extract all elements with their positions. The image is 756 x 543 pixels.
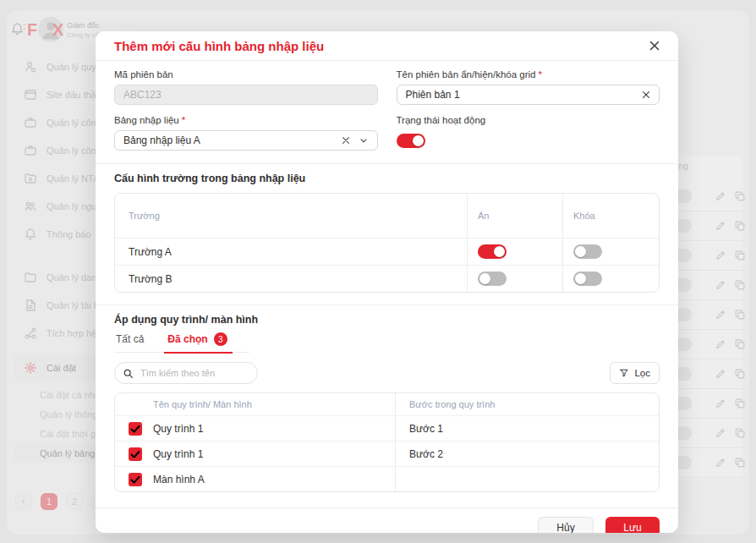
modal-title: Thêm mới cấu hình bảng nhập liệu (114, 39, 324, 53)
hidden-toggle[interactable] (478, 272, 507, 286)
checkbox[interactable] (129, 447, 142, 461)
code-input (114, 85, 378, 105)
pagination-page-button[interactable]: 1 (41, 493, 58, 510)
field-input-table: Bảng nhập liệu* Bảng nhập liệu A (114, 115, 378, 151)
logo-letter-right: X (52, 20, 63, 40)
edit-pencil-icon[interactable] (715, 398, 726, 409)
input-table-select[interactable]: Bảng nhập liệu A (114, 130, 378, 151)
chevron-down-icon[interactable] (359, 135, 369, 145)
briefcase-icon (24, 144, 37, 157)
edit-pencil-icon[interactable] (715, 279, 726, 291)
copy-icon[interactable] (734, 190, 746, 202)
document-icon (24, 299, 37, 312)
screen: : F X Giám đốc Công ty cổ Quản lý quy tr… (0, 0, 756, 543)
pagination-prev-button[interactable] (15, 493, 32, 510)
bell-icon (24, 228, 37, 241)
edit-pencil-icon[interactable] (715, 457, 726, 469)
table-row: Trường A (115, 238, 659, 265)
user-role: Giám đốc (67, 21, 100, 30)
copy-icon[interactable] (734, 398, 746, 409)
process-name: Quy trình 1 (153, 448, 203, 460)
logo-dots-icon: : (23, 20, 26, 32)
apply-section-title: Áp dụng quy trình/ màn hình (114, 314, 660, 326)
edit-pencil-icon[interactable] (715, 427, 726, 439)
search-input[interactable] (114, 362, 258, 384)
funnel-icon (619, 368, 629, 378)
field-name: Tên phiên bản ẩn/hiện/khóa grid* (397, 69, 660, 105)
filter-button[interactable]: Lọc (610, 362, 660, 384)
search-row: Lọc (114, 362, 660, 384)
modal-body: Mã phiên bản Tên phiên bản ẩn/hiện/khóa … (96, 61, 678, 492)
field-code-label: Mã phiên bản (114, 69, 378, 80)
copy-icon[interactable] (734, 427, 746, 439)
status-toggle[interactable] (397, 134, 425, 148)
selected-count-badge: 3 (214, 332, 227, 346)
copy-icon[interactable] (734, 279, 746, 291)
save-button[interactable]: Lưu (605, 517, 660, 533)
modal-footer: Hủy Lưu (96, 507, 678, 533)
copy-icon[interactable] (734, 457, 746, 469)
pagination: 123 (15, 493, 108, 510)
apply-table-header: Tên quy trình/ Màn hình Bước trong quy t… (115, 393, 659, 415)
checkbox[interactable] (129, 422, 142, 436)
input-table-label: Bảng nhập liệu (114, 115, 179, 125)
edit-pencil-icon[interactable] (715, 250, 726, 261)
locked-toggle[interactable] (573, 272, 602, 286)
tab-all[interactable]: Tất cả (114, 332, 145, 352)
workflow-icon (24, 60, 37, 74)
clear-icon[interactable] (641, 90, 651, 100)
column-header: Ẩn (467, 194, 562, 238)
process-step: Bước 2 (395, 442, 659, 466)
locked-toggle[interactable] (573, 244, 602, 259)
required-mark: * (182, 115, 185, 125)
clear-icon[interactable] (341, 135, 351, 145)
copy-icon[interactable] (734, 220, 746, 232)
edit-pencil-icon[interactable] (715, 190, 726, 202)
cancel-button[interactable]: Hủy (538, 517, 594, 533)
pagination-page-button[interactable]: 2 (66, 493, 83, 510)
checkbox[interactable] (129, 473, 142, 486)
briefcase-icon (24, 116, 37, 129)
column-header: Tên quy trình/ Màn hình (115, 393, 395, 415)
copy-icon[interactable] (734, 309, 746, 321)
folder-icon (24, 271, 37, 284)
filter-label: Lọc (634, 368, 650, 378)
tabs: Tất cả Đã chọn 3 (114, 332, 249, 353)
tab-selected[interactable]: Đã chọn 3 (166, 332, 228, 352)
modal-add-config: Thêm mới cấu hình bảng nhập liệu Mã phiê… (96, 31, 678, 533)
process-step: Bước 1 (395, 416, 659, 441)
fields-section-title: Cấu hình trường trong bảng nhập liệu (114, 173, 660, 184)
site-icon (24, 88, 37, 101)
edit-pencil-icon[interactable] (715, 220, 726, 232)
divider (96, 163, 678, 164)
edit-pencil-icon[interactable] (715, 338, 726, 350)
table-row: Trường B (115, 265, 659, 292)
table-row: Quy trình 1 Bước 1 (115, 415, 659, 441)
edit-pencil-icon[interactable] (715, 368, 726, 380)
field-name-label: Tên phiên bản ẩn/hiện/khóa grid (397, 69, 536, 80)
input-table-value: Bảng nhập liệu A (123, 134, 200, 146)
logo-letter-left: F (27, 20, 37, 40)
column-header: Bước trong quy trình (395, 393, 659, 415)
search-icon (123, 368, 134, 379)
required-mark: * (538, 69, 541, 80)
divider (96, 304, 678, 305)
user-company: Công ty cổ (67, 31, 99, 39)
copy-icon[interactable] (734, 338, 746, 350)
integration-icon (24, 326, 37, 340)
edit-pencil-icon[interactable] (715, 309, 726, 321)
table-row: Màn hình A (115, 466, 659, 491)
field-name-cell: Trường B (115, 266, 467, 292)
copy-icon[interactable] (734, 368, 746, 380)
chevron-left-icon (19, 497, 28, 506)
apply-table: Tên quy trình/ Màn hình Bước trong quy t… (114, 392, 660, 492)
hidden-toggle[interactable] (478, 244, 507, 259)
name-input[interactable] (397, 85, 660, 105)
process-step (395, 467, 659, 491)
process-name: Màn hình A (153, 474, 205, 485)
copy-icon[interactable] (734, 250, 746, 261)
fields-table: Trường Ẩn Khóa Trường A Trường B (114, 193, 660, 293)
field-status: Trạng thái hoạt động (397, 115, 660, 151)
modal-header: Thêm mới cấu hình bảng nhập liệu (96, 31, 678, 61)
close-icon[interactable] (648, 39, 661, 52)
